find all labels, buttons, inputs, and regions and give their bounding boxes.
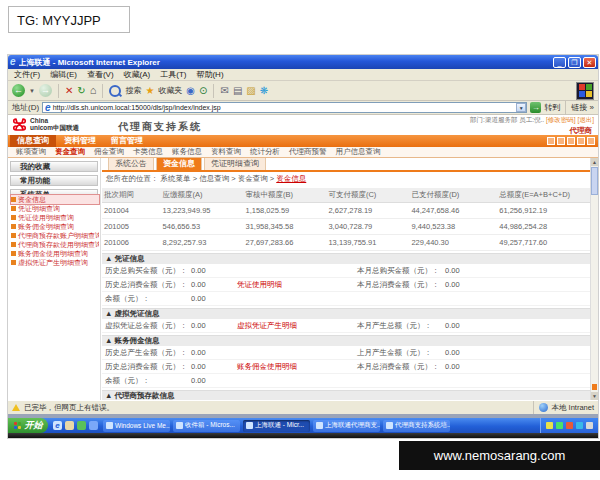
section-row: 历史总产生金额（元）： 0.00 上月产生金额（元）： 0.00: [102, 346, 590, 360]
submenu-item[interactable]: 代理商预警: [289, 147, 327, 157]
address-label: 地址(D): [12, 102, 39, 113]
stop-button[interactable]: ✕: [65, 84, 73, 97]
forward-button[interactable]: →: [39, 84, 52, 97]
menu-tools[interactable]: 工具(T): [160, 69, 186, 80]
sidebar-item-funds-info[interactable]: 资金信息: [11, 195, 99, 204]
section-voucher-info[interactable]: ▲ 凭证信息: [102, 253, 590, 264]
quick-launch-desktop-icon[interactable]: [65, 421, 74, 430]
table-row[interactable]: 201006 8,292,257.93 27,697,283.66 13,139…: [102, 235, 590, 251]
taskbar-button-agent-portal[interactable]: 上海联通代理商支...: [313, 420, 380, 432]
taskbar-button-shanghai-unicom[interactable]: 上海联通 - Micr...: [243, 420, 310, 432]
window-titlebar[interactable]: e 上海联通 - Microsoft Internet Explorer _ ❐…: [8, 55, 598, 69]
sidebar: 我的收藏 常用功能 系统菜单 资金信息 凭证明细查询 凭证使用明细查询 账务佣金…: [8, 158, 101, 400]
sidebar-header-common[interactable]: 常用功能: [10, 175, 98, 186]
menu-view[interactable]: 查看(V): [87, 69, 114, 80]
sidebar-item[interactable]: 账务佣金使用明细查询: [11, 249, 99, 258]
change-password-link[interactable]: [修改密码]: [546, 116, 576, 123]
section-commission-info[interactable]: ▲ 账务佣金信息: [102, 335, 590, 346]
address-input[interactable]: e http://dls.sh.unicom.local:15000/dls/j…: [42, 102, 527, 113]
sidebar-item[interactable]: 代理商预存款账户明细查询: [11, 231, 99, 240]
table-row[interactable]: 201005 546,656.53 31,958,345.58 3,040,72…: [102, 219, 590, 235]
submenu-item[interactable]: 卡类信息: [133, 147, 163, 157]
menu-file[interactable]: 文件(F): [14, 69, 40, 80]
print-button[interactable]: ▤: [233, 84, 242, 97]
go-label[interactable]: 转到: [544, 102, 560, 113]
refresh-button[interactable]: ↻: [77, 84, 85, 97]
tray-icon[interactable]: [586, 422, 593, 429]
menu-help[interactable]: 帮助(H): [196, 69, 223, 80]
tab-system-notice[interactable]: 系统公告: [108, 158, 154, 170]
nav-tab-data-mgmt[interactable]: 资料管理: [57, 135, 103, 147]
breadcrumb-path: 系统菜单 > 信息查询 > 资金查询 >: [161, 174, 277, 183]
tab-voucher-detail[interactable]: 凭证明细查询: [204, 158, 266, 170]
taskbar-button-label: 收件箱 - Micros...: [185, 421, 235, 430]
watermark: www.nemosarang.com: [399, 441, 600, 470]
table-row[interactable]: 201004 13,223,949.95 1,158,025.59 2,627,…: [102, 203, 590, 219]
close-button[interactable]: ✕: [583, 57, 596, 68]
sidebar-item[interactable]: 凭证使用明细查询: [11, 213, 99, 222]
folder-button[interactable]: ▨: [246, 84, 255, 97]
sidebar-item[interactable]: 虚拟凭证产生明细查询: [11, 258, 99, 267]
tray-icon[interactable]: [566, 422, 573, 429]
submenu-item-funds-query[interactable]: 资金查询: [55, 147, 85, 157]
quick-launch-ie-icon[interactable]: e: [53, 421, 62, 430]
content-tabs: 系统公告 资金信息 凭证明细查询: [102, 158, 590, 172]
nav-tab-message-mgmt[interactable]: 留言管理: [104, 135, 150, 147]
sidebar-item[interactable]: 凭证明细查询: [11, 204, 99, 213]
go-icon[interactable]: →: [530, 102, 541, 113]
menu-edit[interactable]: 编辑(E): [50, 69, 77, 80]
submenu-item[interactable]: 佣金查询: [94, 147, 124, 157]
taskbar-button-inbox[interactable]: 收件箱 - Micros...: [173, 420, 240, 432]
tray-icon[interactable]: [556, 422, 563, 429]
section-virtual-voucher-info[interactable]: ▲ 虚拟凭证信息: [102, 308, 590, 319]
submenu-item[interactable]: 用户信息查询: [336, 147, 381, 157]
windows-logo: [576, 82, 594, 100]
tray-icon[interactable]: [546, 422, 553, 429]
back-dropdown-icon[interactable]: ▼: [29, 88, 35, 94]
taskbar-button-messenger[interactable]: Windows Live Me...: [103, 420, 170, 432]
favorites-icon[interactable]: ★: [145, 84, 154, 97]
search-label[interactable]: 搜索: [125, 85, 141, 96]
taskbar-button-agent-system[interactable]: 代理商支持系统培...: [383, 420, 450, 432]
field-label: 虚拟凭证总金额（元）：: [105, 322, 191, 330]
breadcrumb-current[interactable]: 资金信息: [276, 174, 306, 183]
submenu-item[interactable]: 账项查询: [16, 147, 46, 157]
logout-link[interactable]: [退出]: [577, 116, 594, 123]
cell: 49,257,717.60: [497, 235, 590, 251]
submenu-item[interactable]: 统计分析: [250, 147, 280, 157]
history-button[interactable]: ⊙: [199, 84, 207, 97]
sidebar-item[interactable]: 账务佣金明细查询: [11, 222, 99, 231]
virtual-voucher-detail-link[interactable]: 虚拟凭证产生明细: [237, 322, 357, 330]
mail-button[interactable]: ✉: [220, 84, 228, 97]
submenu-item[interactable]: 资料查询: [211, 147, 241, 157]
field-label: 余额（元）：: [105, 295, 191, 303]
start-button[interactable]: 开始: [8, 418, 48, 433]
section-prepaid-info[interactable]: ▲ 代理商预存款信息: [102, 390, 590, 400]
vertical-scrollbar[interactable]: ▲ ▼: [590, 158, 598, 400]
quick-launch-messenger-icon[interactable]: [77, 421, 86, 430]
submenu-item[interactable]: 账务信息: [172, 147, 202, 157]
tab-funds-info[interactable]: 资金信息: [156, 158, 202, 170]
search-icon[interactable]: [109, 85, 121, 97]
restore-button[interactable]: ❐: [568, 57, 581, 68]
nav-tab-info-query[interactable]: 信息查询: [10, 135, 56, 147]
sidebar-item[interactable]: 代理商预存款使用明细查询: [11, 240, 99, 249]
messenger-button[interactable]: ❋: [260, 84, 268, 97]
voucher-usage-detail-link[interactable]: 凭证使用明细: [237, 281, 357, 289]
links-label[interactable]: 链接 »: [571, 102, 594, 113]
cell: 44,986,254.28: [497, 219, 590, 235]
favorites-label[interactable]: 收藏夹: [158, 85, 182, 96]
cell: 8,292,257.93: [161, 235, 244, 251]
scroll-up-icon[interactable]: ▲: [591, 158, 598, 166]
media-button[interactable]: ◉: [186, 84, 195, 97]
scroll-down-icon[interactable]: ▼: [591, 392, 598, 400]
menu-favorites[interactable]: 收藏(A): [124, 69, 151, 80]
home-button[interactable]: ⌂: [90, 84, 97, 97]
sidebar-header-favorites[interactable]: 我的收藏: [10, 161, 98, 172]
commission-usage-detail-link[interactable]: 账务佣金使用明细: [237, 363, 357, 371]
scroll-thumb[interactable]: [591, 167, 598, 195]
address-dropdown-icon[interactable]: ▼: [516, 103, 526, 112]
minimize-button[interactable]: _: [553, 57, 566, 68]
tray-icon[interactable]: [576, 422, 583, 429]
back-button[interactable]: ←: [12, 84, 25, 97]
